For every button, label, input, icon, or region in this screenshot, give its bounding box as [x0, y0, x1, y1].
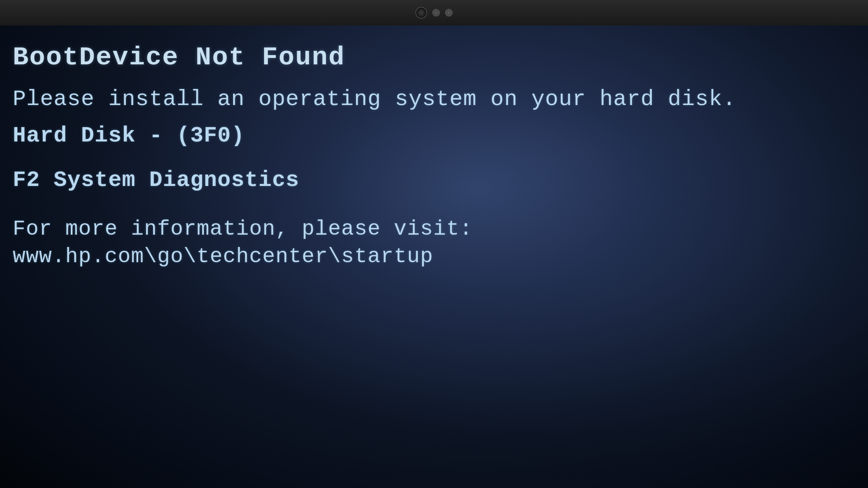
camera-lens [415, 7, 427, 19]
screen: BootDevice Not Found Please install an o… [0, 25, 868, 488]
camera-area [415, 7, 453, 19]
camera-indicator [432, 9, 440, 17]
spacer-1 [13, 158, 851, 166]
more-info-url: www.hp.com\go\techcenter\startup [13, 244, 433, 269]
more-info-line: For more information, please visit: www.… [13, 215, 851, 270]
install-os-instruction: Please install an operating system on yo… [13, 85, 851, 114]
bios-error-content: BootDevice Not Found Please install an o… [13, 42, 851, 488]
f2-diagnostics-line: F2 System Diagnostics [13, 166, 851, 195]
hard-disk-info: Hard Disk - (3F0) [13, 122, 851, 150]
camera-indicator-2 [445, 9, 453, 17]
spacer-2 [13, 202, 851, 211]
boot-device-not-found-title: BootDevice Not Found [13, 42, 851, 72]
laptop-top-bezel [0, 0, 868, 25]
more-info-prefix: For more information, please visit: [13, 217, 473, 241]
